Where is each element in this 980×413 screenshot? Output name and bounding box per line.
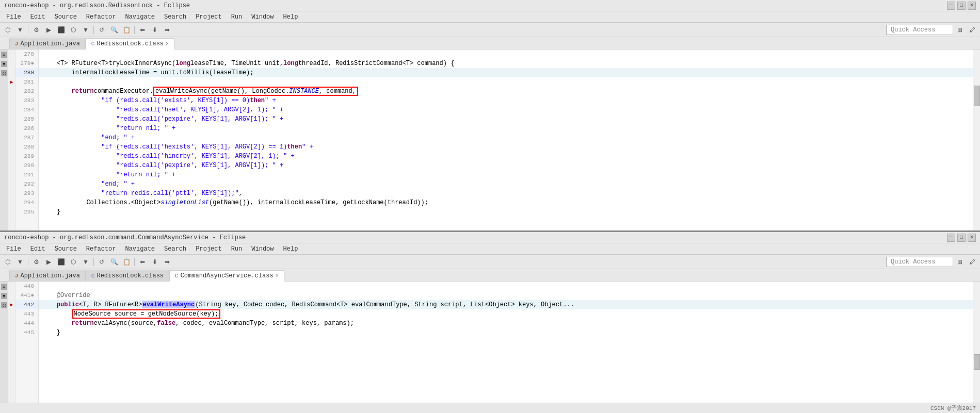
class-file-icon-3: C <box>175 273 179 279</box>
tab-label-application: Application.java <box>21 40 80 47</box>
window1-controls[interactable]: − □ × <box>947 2 976 10</box>
toolbar2-btn-13[interactable]: ➡ <box>162 256 173 268</box>
menu-window[interactable]: Window <box>247 12 278 22</box>
tab-close-redissonlock[interactable]: × <box>166 41 169 47</box>
menu2-source[interactable]: Source <box>51 244 81 254</box>
toolbar2-btn-4[interactable]: ▶ <box>43 256 54 268</box>
toolbar2-btn-10[interactable]: 📋 <box>121 256 132 268</box>
toolbar2-btn-9[interactable]: 🔍 <box>108 256 120 268</box>
window2-quick-access[interactable]: Quick Access <box>886 257 953 267</box>
code-line-291: "return nil; " + <box>39 170 973 179</box>
tab2-close-commandasyncservice[interactable]: × <box>276 273 279 279</box>
minimize-button[interactable]: − <box>947 2 955 10</box>
toolbar-btn-1[interactable]: ⬡ <box>2 24 13 36</box>
menu2-search[interactable]: Search <box>160 244 190 254</box>
toolbar-icon-right-2[interactable]: 🖊 <box>967 24 978 36</box>
toolbar-btn-3[interactable]: ⚙ <box>30 24 42 36</box>
menu-refactor[interactable]: Refactor <box>82 12 120 22</box>
annotation-arrow-280: ▶ <box>8 77 15 87</box>
code-line-289: "redis.call('hincrby', KEYS[1], ARGV[2],… <box>39 152 973 161</box>
menu-help[interactable]: Help <box>279 12 302 22</box>
toolbar-btn-2[interactable]: ▼ <box>14 24 26 36</box>
toolbar2-btn-6[interactable]: ⬡ <box>68 256 79 268</box>
ln-286: 286 <box>15 124 38 133</box>
tab2-commandasyncservice-class[interactable]: C CommandAsyncService.class × <box>169 270 284 282</box>
menu-file[interactable]: File <box>2 12 25 22</box>
window2-controls[interactable]: − □ × <box>947 234 976 242</box>
menu-search[interactable]: Search <box>160 12 190 22</box>
toolbar2-btn-11[interactable]: ⬅ <box>137 256 148 268</box>
menu2-run[interactable]: Run <box>227 244 247 254</box>
annotation2-arrow: ▶ <box>8 300 15 309</box>
tab2-application-java[interactable]: J Application.java <box>9 270 86 281</box>
window1-title: roncoo-eshop - org.redisson.RedissonLock… <box>4 2 190 9</box>
code-line-290: "redis.call('pexpire', KEYS[1], ARGV[1])… <box>39 161 973 170</box>
toolbar2-btn-2[interactable]: ▼ <box>14 256 26 268</box>
toolbar-btn-6[interactable]: ⬡ <box>68 24 79 36</box>
menu2-help[interactable]: Help <box>279 244 302 254</box>
minimize-button-2[interactable]: − <box>947 234 955 242</box>
ln-295: 295 <box>15 207 38 217</box>
tab-redissonlock-class[interactable]: C RedissonLock.class × <box>86 38 174 49</box>
toolbar2-btn-3[interactable]: ⚙ <box>30 256 42 268</box>
ln2-442: 442 <box>15 300 38 309</box>
toolbar2-btn-5[interactable]: ⬛ <box>55 256 67 268</box>
window1-quick-access[interactable]: Quick Access <box>886 25 953 35</box>
toolbar-btn-8[interactable]: ↺ <box>96 24 107 36</box>
class-file-icon-2: C <box>91 273 95 279</box>
window2-toolbar: ⬡ ▼ ⚙ ▶ ⬛ ⬡ ▼ ↺ 🔍 📋 ⬅ ⬇ ➡ Quick Access ⊞… <box>0 255 980 269</box>
menu-navigate[interactable]: Navigate <box>121 12 159 22</box>
menu2-window[interactable]: Window <box>247 244 278 254</box>
toolbar2-icon-right-2[interactable]: 🖊 <box>967 256 978 268</box>
menu2-project[interactable]: Project <box>191 244 226 254</box>
close-button-2[interactable]: × <box>968 234 976 242</box>
toolbar-btn-10[interactable]: 📋 <box>121 24 132 36</box>
ln-292: 292 <box>15 179 38 189</box>
toolbar2-btn-8[interactable]: ↺ <box>96 256 107 268</box>
toolbar-btn-13[interactable]: ➡ <box>162 24 173 36</box>
menu2-navigate[interactable]: Navigate <box>121 244 159 254</box>
ln-281: 281 <box>15 77 38 87</box>
code-line-286: "return nil; " + <box>39 124 973 133</box>
toolbar-btn-7[interactable]: ▼ <box>80 24 91 36</box>
toolbar2-icon-right-1[interactable]: ⊞ <box>954 256 966 268</box>
toolbar-btn-4[interactable]: ▶ <box>43 24 54 36</box>
toolbar-btn-5[interactable]: ⬛ <box>55 24 67 36</box>
toolbar-sep-3 <box>134 26 135 34</box>
ln2-440: 440 <box>15 282 38 291</box>
toolbar-btn-12[interactable]: ⬇ <box>149 24 160 36</box>
window1-code-content[interactable]: <T> RFuture<T> tryLockInnerAsync(long le… <box>39 49 973 230</box>
maximize-button-2[interactable]: □ <box>957 234 966 242</box>
tab2-label-commandasyncservice: CommandAsyncService.class <box>181 272 274 279</box>
toolbar-btn-9[interactable]: 🔍 <box>108 24 120 36</box>
menu-run[interactable]: Run <box>227 12 247 22</box>
menu-source[interactable]: Source <box>51 12 81 22</box>
menu-edit[interactable]: Edit <box>26 12 50 22</box>
ln-284: 284 <box>15 105 38 114</box>
toolbar2-btn-7[interactable]: ▼ <box>80 256 91 268</box>
window1-scrollbar[interactable] <box>973 49 980 230</box>
code2-line-444: return evalAsync(source, false, codec, e… <box>39 319 973 328</box>
window1-scrollbar-thumb[interactable] <box>974 86 980 106</box>
side-icon-1: ≡ <box>1 52 7 58</box>
code-line-288: "if (redis.call('hexists', KEYS[1], ARGV… <box>39 142 973 152</box>
ln-280: 280 <box>15 68 38 77</box>
tab-application-java[interactable]: J Application.java <box>9 38 86 49</box>
tab2-redissonlock-class[interactable]: C RedissonLock.class <box>86 270 169 281</box>
menu2-file[interactable]: File <box>2 244 25 254</box>
ln-283: 283 <box>15 96 38 105</box>
window2-code-content[interactable]: @Override public <T, R> RFuture<R> evalW… <box>39 282 973 403</box>
window2-scrollbar[interactable] <box>973 282 980 403</box>
menu-project[interactable]: Project <box>191 12 226 22</box>
toolbar-icon-right-1[interactable]: ⊞ <box>954 24 966 36</box>
code-line-280: internalLockLeaseTime = unit.toMillis(le… <box>39 68 973 77</box>
toolbar2-btn-1[interactable]: ⬡ <box>2 256 13 268</box>
maximize-button[interactable]: □ <box>957 2 966 10</box>
toolbar2-btn-12[interactable]: ⬇ <box>149 256 160 268</box>
window2-scrollbar-thumb[interactable] <box>974 354 980 370</box>
toolbar-btn-11[interactable]: ⬅ <box>137 24 148 36</box>
menu2-refactor[interactable]: Refactor <box>82 244 120 254</box>
close-button[interactable]: × <box>968 2 976 10</box>
window2-title-bar: roncoo-eshop - org.redisson.command.Comm… <box>0 232 980 243</box>
menu2-edit[interactable]: Edit <box>26 244 50 254</box>
